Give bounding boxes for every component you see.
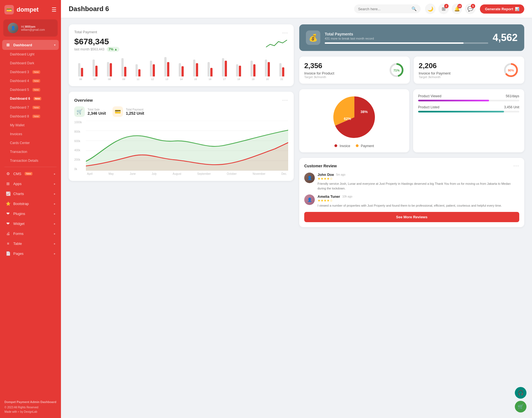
- plugins-label: Plugins: [13, 212, 25, 216]
- theme-toggle-button[interactable]: 🌙: [425, 4, 436, 14]
- bar-grey-21: [279, 63, 282, 76]
- sidebar-item-my-wallet[interactable]: My Wallet: [2, 121, 59, 130]
- bar-red-12: [153, 64, 155, 76]
- sidebar-item-dashboard[interactable]: ⊞ Dashboard ▾: [2, 40, 59, 50]
- last-month-label: last month $563,443: [74, 47, 104, 51]
- sidebar-item-dashboard-4[interactable]: Dashboard 4 New: [2, 76, 59, 85]
- bar-grey-18: [236, 64, 238, 76]
- search-input[interactable]: [358, 7, 409, 11]
- sidebar-item-widget[interactable]: ❤ Widget ▸: [2, 219, 59, 229]
- product-stats-card: Product Viewed 561/days Product Listed 3…: [413, 89, 524, 152]
- badge-new-5: New: [32, 88, 40, 91]
- see-more-reviews-button[interactable]: See More Reviews: [304, 212, 519, 222]
- hamburger-button[interactable]: ☰: [52, 6, 57, 13]
- widget-icon: ❤: [6, 221, 11, 226]
- bar-group-17: 17: [218, 57, 231, 81]
- invoices-label: Invoices: [10, 132, 22, 136]
- y-label-1: 800k: [74, 130, 86, 133]
- sidebar-item-transaction[interactable]: Transaction: [2, 147, 59, 156]
- sidebar-item-dashboard-8[interactable]: Dashboard 8 New: [2, 112, 59, 121]
- sidebar-item-bootstrap[interactable]: ⭐ Bootstrap ▸: [2, 199, 59, 209]
- sidebar-item-table[interactable]: ≡ Table ▸: [2, 239, 59, 248]
- invoice-legend: Invoice: [334, 144, 350, 148]
- widget-label: Widget: [13, 222, 24, 226]
- sidebar-item-dashboard-3[interactable]: Dashboard 3 New: [2, 68, 59, 76]
- username: William: [25, 25, 35, 28]
- generate-label: Generate Report: [485, 7, 513, 11]
- bar-group-12: 12: [146, 57, 159, 81]
- listed-bar-fill: [418, 111, 504, 112]
- bar-red-21: [282, 67, 284, 76]
- cart-float-button[interactable]: 🛒: [515, 401, 526, 412]
- product-viewed-row: Product Viewed 561/days: [418, 94, 519, 101]
- forms-arrow: ▸: [54, 232, 55, 235]
- sidebar-item-cms[interactable]: ⚙ CMS New ▸: [2, 169, 59, 179]
- notifications-button[interactable]: 🔔 12: [452, 4, 462, 14]
- product-viewed-label: Product Viewed: [418, 94, 441, 98]
- bar-grey-06: [78, 63, 80, 76]
- svg-text:71%: 71%: [393, 69, 400, 72]
- y-label-5: 0k: [74, 168, 86, 171]
- sidebar-item-dashboard-6[interactable]: Dashboard 6 New: [2, 94, 59, 103]
- overview-more-btn[interactable]: ···: [282, 97, 288, 103]
- bar-label-08: 08: [108, 78, 111, 81]
- svg-text:62%: 62%: [344, 117, 351, 121]
- x-label-3: July: [152, 172, 157, 175]
- apps-badge: 2: [444, 4, 449, 8]
- sidebar-item-apps[interactable]: ⊞ Apps ▸: [2, 179, 59, 189]
- customer-review-card: Customer Review ··· 👤 John Doe 5m ago ★★…: [299, 158, 524, 227]
- product-listed-value: 3,456 Unit: [504, 105, 519, 109]
- left-column: Total Payment ··· $678,345 last month $5…: [69, 24, 294, 227]
- topbar-icons: 🌙 ⊞ 2 🔔 12 💬 5: [425, 4, 475, 14]
- charts-label: Charts: [13, 192, 24, 196]
- bar-label-15: 15: [194, 78, 197, 81]
- bar-grey-16: [208, 62, 210, 77]
- viewed-bar-bg: [418, 100, 519, 101]
- dashboard-light-label: Dashboard Light: [10, 52, 34, 56]
- sidebar-item-dashboard-7[interactable]: Dashboard 7 New: [2, 103, 59, 112]
- apps-button[interactable]: ⊞ 2: [438, 4, 449, 14]
- floating-buttons: 🎧 🛒: [515, 387, 526, 412]
- listed-bar-bg: [418, 111, 519, 112]
- sidebar-item-plugins[interactable]: ❤ Plugins ▸: [2, 209, 59, 219]
- invoice-row: 2,356 Invoice for Product Target 3k/mont…: [299, 57, 524, 84]
- tp-progress-bar: [325, 42, 488, 44]
- sidebar-item-pages[interactable]: 📄 Pages ▸: [2, 248, 59, 258]
- logo-text: dompet: [17, 6, 39, 13]
- sidebar-item-transaction-details[interactable]: Transaction Details: [2, 156, 59, 165]
- dashboard-3-label: Dashboard 3: [10, 70, 29, 74]
- overview-stats: 🛒 Total Sale 2,346 Unit 💳 Total Payment …: [74, 106, 288, 117]
- sidebar-item-forms[interactable]: 🖨 Forms ▸: [2, 229, 59, 239]
- payment-legend-label: Payment: [361, 144, 374, 148]
- content-area: Total Payment ··· $678,345 last month $5…: [61, 18, 532, 418]
- payment-amount: $678,345: [74, 37, 119, 46]
- user-info: Hi,William william@gmail.com: [21, 25, 45, 31]
- cards-center-label: Cards Center: [10, 141, 30, 145]
- sidebar-item-charts[interactable]: 📈 Charts ▸: [2, 189, 59, 199]
- sidebar-item-dashboard-dark[interactable]: Dashboard Dark: [2, 59, 59, 68]
- review-more-btn[interactable]: ···: [513, 163, 519, 169]
- generate-report-button[interactable]: Generate Report 📊: [480, 4, 524, 14]
- reviewer-text-0: Friendly service Josh, Lunar and everyon…: [318, 181, 519, 191]
- inv-product-info: 2,356 Invoice for Product Target 3k/mont…: [304, 61, 334, 79]
- bar-grey-17: [222, 58, 224, 76]
- support-float-button[interactable]: 🎧: [515, 387, 526, 399]
- trend-badge: 7% ▲: [107, 47, 119, 52]
- sidebar-item-cards-center[interactable]: Cards Center: [2, 139, 59, 147]
- dashboard-8-label: Dashboard 8: [10, 114, 29, 118]
- sidebar-item-dashboard-light[interactable]: Dashboard Light: [2, 50, 59, 59]
- nav-divider: [4, 167, 57, 167]
- sidebar-item-invoices[interactable]: Invoices: [2, 130, 59, 139]
- payment-more-btn[interactable]: ···: [282, 30, 288, 36]
- pie-legend: Invoice Payment: [334, 144, 374, 148]
- bar-label-19: 19: [252, 78, 254, 81]
- search-box: 🔍: [354, 4, 421, 13]
- bar-group-11: 11: [132, 57, 144, 81]
- total-payment-icon: 💳: [112, 106, 123, 117]
- overview-payment-value: 1,252 Unit: [126, 111, 144, 116]
- messages-button[interactable]: 💬 5: [465, 4, 475, 14]
- sidebar-item-dashboard-5[interactable]: Dashboard 5 New: [2, 85, 59, 94]
- reviewer-time-0: 5m ago: [336, 173, 345, 176]
- bar-red-09: [124, 67, 126, 76]
- y-label-3: 400k: [74, 149, 86, 152]
